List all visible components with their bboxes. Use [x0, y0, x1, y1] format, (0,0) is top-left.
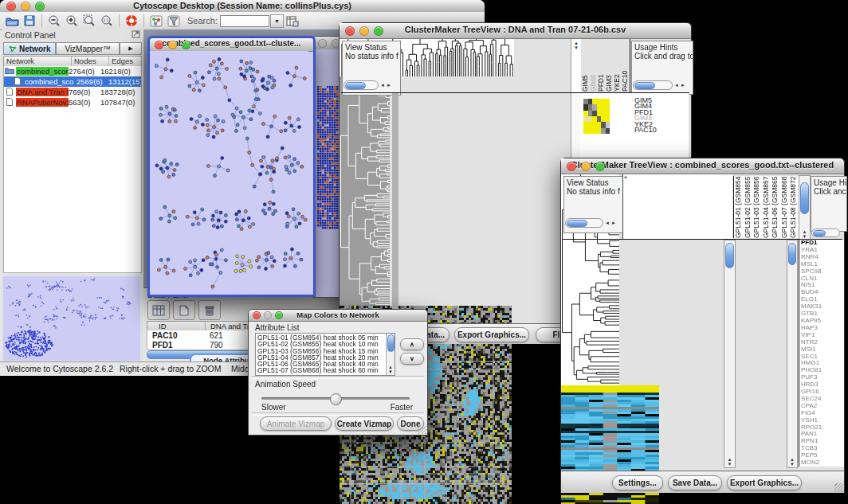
resize-grip[interactable]	[418, 425, 426, 434]
array-label: GPL51-08 (GSM872)	[789, 176, 799, 238]
minimize-icon[interactable]	[168, 41, 177, 49]
create-vizmap-button[interactable]: Create Vizmap	[335, 416, 394, 431]
tab-overflow-button[interactable]: ▶	[120, 42, 142, 55]
attribute-browser-icon[interactable]	[284, 14, 301, 29]
close-icon[interactable]	[155, 41, 163, 49]
window-titlebar[interactable]: ClusterMaker TreeView : combined_scores_…	[561, 158, 844, 174]
status-hint-zoom: Right-click + drag to ZOOM	[120, 364, 222, 373]
search-input[interactable]	[220, 15, 269, 27]
zoom-window-icon[interactable]	[275, 311, 283, 319]
move-down-button[interactable]: ∨	[400, 353, 424, 365]
network-row[interactable]: combined_scores2764(0)16218(0)	[4, 66, 141, 76]
export-graphics-button[interactable]: Export Graphics...	[727, 475, 802, 490]
close-icon[interactable]	[345, 26, 355, 36]
delete-attribute-icon[interactable]	[198, 300, 221, 320]
zoom-vscrollbar[interactable]: ▲▼	[787, 240, 798, 468]
zoom-window-icon[interactable]	[182, 41, 190, 49]
settings-button[interactable]: Settings...	[612, 475, 663, 490]
move-up-button[interactable]: ∧	[400, 338, 424, 350]
save-data-button[interactable]: Save Data...	[668, 475, 722, 490]
array-label: GIM4	[589, 41, 597, 92]
matrix-cell	[606, 116, 610, 122]
network-row[interactable]: combined_sco2569(6)13112(15)	[4, 76, 141, 87]
help-icon[interactable]	[123, 14, 140, 29]
close-icon[interactable]	[253, 311, 261, 319]
save-session-icon[interactable]	[21, 14, 38, 29]
close-icon[interactable]	[567, 162, 576, 171]
search-dropdown-icon[interactable]: ▼	[270, 14, 284, 28]
status-hscrollbar[interactable]: ◄►	[565, 218, 616, 227]
zoom-fit-icon[interactable]: 1:1	[98, 14, 116, 29]
array-label: YKE2	[613, 41, 621, 92]
network-row[interactable]: RNAPuberNov2+I563(0)107847(0)	[4, 97, 141, 107]
network-list-area	[3, 109, 142, 273]
gene-name-labels: PFD1YRA1RNR4MSL1SPC98CLN1NIS1BUD4ELG1MAK…	[799, 240, 844, 467]
minimize-icon[interactable]	[581, 162, 591, 171]
search-label: Search:	[187, 16, 218, 25]
zoom-selected-icon[interactable]	[80, 14, 98, 29]
slider-thumb[interactable]	[330, 393, 342, 405]
close-icon[interactable]	[318, 39, 327, 48]
status-message: Welcome to Cytoscape 2.6.2	[6, 364, 113, 373]
gene-dendrogram[interactable]	[340, 76, 390, 306]
treeview-button-bar: Settings... Save Data... Export Graphics…	[561, 471, 844, 493]
matrix-cell	[606, 99, 610, 104]
float-panel-icon[interactable]	[132, 30, 140, 40]
select-attributes-icon[interactable]	[147, 300, 170, 320]
network-overview[interactable]	[3, 276, 140, 361]
zoom-window-icon[interactable]	[595, 162, 605, 171]
treeview-window-combined: ClusterMaker TreeView : combined_scores_…	[560, 158, 845, 493]
doc-icon	[12, 77, 22, 87]
network-row[interactable]: DNA and Tran 07769(0)183728(0)	[4, 87, 141, 97]
treeview-title: ClusterMaker TreeView : DNA and Tran 07-…	[340, 25, 691, 34]
attribute-list-vscrollbar[interactable]: ▲▼	[386, 334, 395, 375]
status-hscrollbar[interactable]: ◄►	[344, 80, 391, 89]
usage-hints-box: Usage HiClick anc	[811, 176, 847, 232]
tab-network[interactable]: Network	[3, 42, 56, 55]
zoom-in-icon[interactable]	[63, 14, 80, 29]
heatmap-vscrollbar[interactable]: ▲▼	[724, 240, 736, 468]
gene-label: MON2	[801, 459, 844, 467]
zoom-window-icon[interactable]	[374, 26, 383, 36]
close-icon[interactable]	[6, 2, 16, 11]
speed-slider[interactable]	[261, 397, 410, 400]
network-table: combined_scores2764(0)16218(0)combined_s…	[3, 66, 142, 110]
zoom-window-icon[interactable]	[35, 2, 45, 11]
hints-hscrollbar[interactable]	[811, 229, 840, 237]
window-titlebar[interactable]: combined_scores_good.txt--cluste...	[150, 38, 313, 52]
matrix-cell	[606, 111, 610, 116]
animate-vizmap-button[interactable]: Animate Vizmap	[260, 416, 332, 431]
array-label: PAC10	[621, 41, 629, 92]
attribute-item[interactable]: GPL51-07 (GSM868) heat shock 60 min	[257, 367, 386, 373]
network-graph-view[interactable]	[150, 51, 308, 290]
resize-grip[interactable]	[834, 483, 843, 492]
minimize-icon[interactable]	[264, 311, 272, 319]
array-label: PFD1	[597, 41, 605, 92]
zoom-vscrollbar[interactable]: ▲▼	[571, 39, 581, 92]
filter-icon[interactable]	[165, 14, 183, 29]
window-titlebar[interactable]: Map Colors to Network	[249, 310, 427, 322]
animation-speed-label: Animation Speed	[255, 380, 316, 389]
network-icon	[9, 45, 17, 53]
create-attribute-icon[interactable]	[173, 300, 195, 320]
minimize-icon[interactable]	[359, 26, 369, 36]
zoom-out-icon[interactable]	[45, 14, 63, 29]
control-panel-title: Control Panel	[5, 30, 56, 40]
network-view-window: combined_scores_good.txt--cluste...	[147, 36, 316, 297]
gene-label: PAC10	[634, 127, 657, 133]
column-dendrogram-area[interactable]: ▲	[622, 174, 732, 239]
control-panel: Control Panel Network VizMapper™ ▶ Netwo…	[2, 29, 144, 362]
export-graphics-button[interactable]: Export Graphics...	[454, 327, 529, 342]
array-label: GPL51-02 (GSM855)	[744, 176, 753, 238]
array-label: GIM5	[581, 41, 589, 92]
minimize-icon[interactable]	[21, 2, 30, 11]
zoom-heatmap[interactable]	[583, 99, 610, 134]
matrix-cell	[606, 128, 610, 134]
labels-vscrollbar[interactable]: ▲▼	[799, 175, 811, 240]
window-titlebar[interactable]: ClusterMaker TreeView : DNA and Tran 07-…	[340, 23, 691, 39]
tab-vizmapper[interactable]: VizMapper™	[56, 42, 120, 55]
vizmapper-icon[interactable]	[147, 14, 165, 29]
hints-hscrollbar[interactable]: ◄►	[633, 80, 685, 89]
open-session-icon[interactable]	[3, 14, 21, 29]
main-titlebar[interactable]: Cytoscape Desktop (Session Name: collins…	[0, 0, 485, 13]
